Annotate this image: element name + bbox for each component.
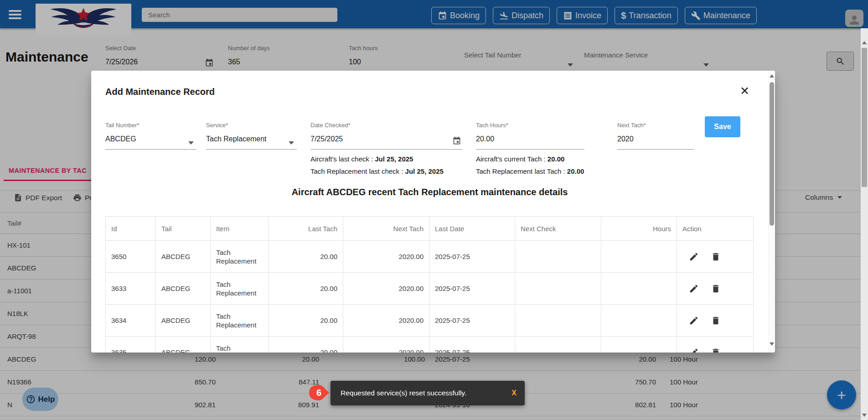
field-value: 2020 <box>617 135 634 143</box>
info-line: Aircraft's current Tach : 20.00 <box>476 153 584 165</box>
cell-hours <box>601 337 677 353</box>
edit-icon[interactable] <box>689 252 699 262</box>
field-value: ABCDEG <box>105 135 136 143</box>
cell-next-tach: 2020.00 <box>343 337 429 353</box>
cell-action <box>677 241 753 272</box>
col-last-tach: Last Tach <box>269 217 343 240</box>
field-value: Tach Replacement <box>206 135 267 143</box>
cell-next-tach: 2020.00 <box>343 241 429 272</box>
maintenance-details-table: Id Tail Item Last Tach Next Tach Last Da… <box>105 216 754 353</box>
cell-tail: ABCDEG <box>156 241 211 272</box>
scroll-up-icon[interactable] <box>862 41 867 44</box>
save-button[interactable]: Save <box>705 116 740 137</box>
tach-hours-input[interactable]: Tach Hours* 20.00 <box>476 122 584 150</box>
field-label: Tach Hours* <box>476 122 508 129</box>
info-value: 20.00 <box>548 155 565 163</box>
info-value: 20.00 <box>567 167 584 175</box>
cell-last-date: 2025-07-25 <box>429 273 515 304</box>
cell-next-check <box>515 241 601 272</box>
scrollbar-thumb[interactable] <box>770 82 774 226</box>
cell-last-tach: 20.00 <box>269 241 343 272</box>
close-icon[interactable]: ✕ <box>740 85 749 97</box>
info-value: Jul 25, 2025 <box>375 155 413 163</box>
cell-last-tach: 20.00 <box>269 273 343 304</box>
scrollbar-thumb[interactable] <box>862 48 867 187</box>
cell-id: 3650 <box>106 241 156 272</box>
dialog-title: Add Maintenance Record <box>105 87 215 97</box>
cell-id: 3635 <box>106 337 156 353</box>
scroll-down-icon[interactable] <box>862 414 867 417</box>
chevron-down-icon <box>289 141 294 145</box>
info-label: Tach Replacement last check : <box>310 167 405 175</box>
toast-close-icon[interactable]: X <box>512 389 517 397</box>
calendar-icon[interactable] <box>452 136 461 145</box>
chevron-down-icon <box>188 141 194 145</box>
cell-next-check <box>515 337 601 353</box>
cell-id: 3634 <box>106 305 156 336</box>
col-item: Item <box>211 217 269 240</box>
edit-icon[interactable] <box>689 347 699 353</box>
cell-item: Tach Replacement <box>211 305 269 336</box>
cell-next-tach: 2020.00 <box>343 273 429 304</box>
scroll-down-icon[interactable] <box>770 342 774 346</box>
info-line: Tach Replacement last check : Jul 25, 20… <box>310 165 444 177</box>
service-select[interactable]: Service* Tach Replacement <box>206 122 297 150</box>
cell-item: Tach Replacement <box>211 241 269 272</box>
field-value: 20.00 <box>476 135 494 143</box>
col-next-tach: Next Tach <box>343 217 429 240</box>
delete-icon[interactable] <box>711 252 721 262</box>
tach-info: Aircraft's current Tach : 20.00 Tach Rep… <box>476 153 584 177</box>
next-tach-input[interactable]: Next Tach* 2020 <box>617 122 694 150</box>
cell-last-date: 2025-07-25 <box>429 241 515 272</box>
info-line: Aircraft's last check : Jul 25, 2025 <box>310 153 444 165</box>
cell-hours <box>601 273 677 304</box>
cell-last-date: 2025-07-25 <box>429 337 515 353</box>
cell-last-tach: 20.00 <box>269 337 343 353</box>
tail-number-select[interactable]: Tail Number* ABCDEG <box>105 122 196 150</box>
col-action: Action <box>677 217 753 240</box>
field-label: Tail Number* <box>105 122 139 129</box>
cell-tail: ABCDEG <box>156 305 211 336</box>
cell-action <box>677 273 753 304</box>
cell-last-tach: 20.00 <box>269 305 343 336</box>
table-row: 3633 ABCDEG Tach Replacement 20.00 2020.… <box>106 273 753 305</box>
aircraft-check-info: Aircraft's last check : Jul 25, 2025 Tac… <box>310 153 444 177</box>
info-label: Aircraft's last check : <box>310 155 375 163</box>
arrow-badge-icon: 6 <box>307 384 331 402</box>
delete-icon[interactable] <box>711 347 721 353</box>
cell-last-date: 2025-07-25 <box>429 305 515 336</box>
table-header-row: Id Tail Item Last Tach Next Tach Last Da… <box>106 217 753 241</box>
delete-icon[interactable] <box>711 316 721 326</box>
table-row: 3650 ABCDEG Tach Replacement 20.00 2020.… <box>106 241 753 273</box>
info-label: Aircraft's current Tach : <box>476 155 548 163</box>
cell-hours <box>601 241 677 272</box>
edit-icon[interactable] <box>689 316 699 326</box>
col-hours: Hours <box>601 217 677 240</box>
info-label: Tach Replacement last Tach : <box>476 167 567 175</box>
dialog-scrollbar[interactable] <box>768 71 775 353</box>
edit-icon[interactable] <box>689 284 699 294</box>
info-line: Tach Replacement last Tach : 20.00 <box>476 165 584 177</box>
field-label: Service* <box>206 122 228 129</box>
step-number: 6 <box>316 388 321 398</box>
toast-message: Requested service(s) reset successfully. <box>341 389 466 397</box>
scroll-up-icon[interactable] <box>770 74 774 78</box>
maintenance-details-heading: Aircraft ABCDEG recent Tach Replacement … <box>91 187 768 197</box>
table-row: 3634 ABCDEG Tach Replacement 20.00 2020.… <box>106 305 753 337</box>
cell-item: Tach Replacement <box>211 337 269 353</box>
cell-next-check <box>515 305 601 336</box>
cell-tail: ABCDEG <box>156 273 211 304</box>
cell-action <box>677 305 753 336</box>
step-badge: 6 <box>307 384 331 404</box>
date-checked-field[interactable]: Date Checked* 7/25/2025 <box>310 122 462 150</box>
add-maintenance-record-dialog: Add Maintenance Record ✕ Tail Number* AB… <box>91 71 775 353</box>
screen: Booking Dispatch Invoice $ Transaction M… <box>0 0 868 420</box>
cell-hours <box>601 305 677 336</box>
cell-id: 3633 <box>106 273 156 304</box>
col-last-date: Last Date <box>429 217 515 240</box>
cell-tail: ABCDEG <box>156 337 211 353</box>
page-scrollbar[interactable] <box>861 28 868 420</box>
delete-icon[interactable] <box>711 284 721 294</box>
cell-item: Tach Replacement <box>211 273 269 304</box>
field-label: Next Tach* <box>617 122 646 129</box>
